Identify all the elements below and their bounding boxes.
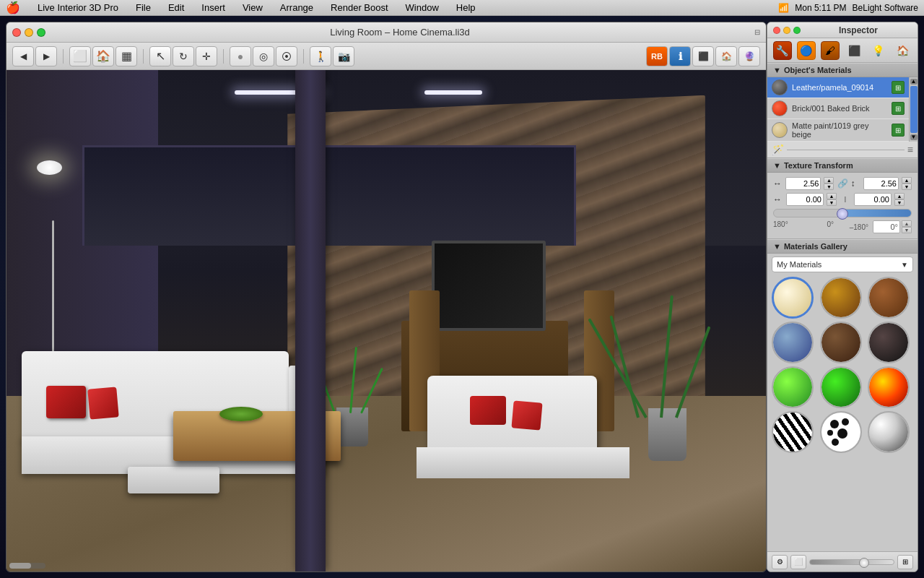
window-titlebar: Living Room – Home Cinema.li3d ⊟	[6, 22, 766, 43]
gallery-section: My Materials ▼	[767, 254, 918, 456]
material-item-3[interactable]: Matte paint/1019 grey beige ⊞	[767, 119, 909, 142]
gallery-item-zebra[interactable]	[772, 411, 814, 453]
maximize-button[interactable]	[37, 28, 45, 37]
offset-x-stepper[interactable]: ▲ ▼	[827, 193, 837, 206]
render-button[interactable]: 🔮	[738, 46, 760, 66]
material-item-2[interactable]: Brick/001 Baked Brick ⊞	[767, 98, 909, 119]
angle-up[interactable]: ▲	[902, 220, 912, 227]
gallery-item-spots[interactable]	[820, 411, 862, 453]
material-name-1: Leather/pamela_09014	[792, 83, 887, 92]
gallery-item-chrome[interactable]	[868, 411, 910, 453]
gallery-item-green2[interactable]	[820, 366, 862, 408]
nav-tools: ◀ ▶	[12, 46, 57, 66]
info-button[interactable]: ℹ	[669, 46, 691, 66]
inspector-minimize[interactable]	[783, 27, 790, 34]
inspector-close[interactable]	[773, 27, 780, 34]
window-expand-icon[interactable]: ⊟	[754, 28, 760, 36]
camera-button[interactable]: ⦿	[276, 46, 297, 66]
insert-menu[interactable]: Insert	[199, 1, 228, 14]
screenshot-button[interactable]: 📷	[333, 46, 354, 66]
angle-stepper[interactable]: ▲ ▼	[902, 220, 912, 233]
offset-x-up[interactable]: ▲	[827, 193, 837, 199]
offset-x-input[interactable]: 0.00	[786, 193, 824, 206]
gallery-item-dark-wood[interactable]	[820, 322, 862, 363]
offset-y-stepper[interactable]: ▲ ▼	[894, 193, 905, 206]
panorama-button[interactable]: ◎	[253, 46, 274, 66]
scale-y-stepper[interactable]: ▲ ▼	[902, 177, 912, 190]
tab-light[interactable]: 💡	[869, 41, 888, 60]
move-tool[interactable]: ✛	[196, 46, 217, 66]
gallery-item-cream[interactable]	[772, 277, 814, 319]
view-toggle-button[interactable]: ⊞	[897, 555, 913, 569]
forward-button[interactable]: ▶	[35, 46, 57, 66]
tab-properties[interactable]: 🔧	[773, 41, 792, 60]
viewport-scrollbar[interactable]	[9, 563, 45, 569]
gallery-item-wood[interactable]	[820, 277, 862, 319]
scale-y-input[interactable]: 2.56	[863, 177, 899, 190]
properties-icon: 🔧	[776, 45, 788, 56]
close-button[interactable]	[12, 28, 21, 37]
gallery-dropdown[interactable]: My Materials ▼	[772, 256, 913, 272]
import-button[interactable]: ⬜	[790, 555, 806, 569]
scale-x-down[interactable]: ▼	[824, 184, 834, 190]
building-button[interactable]: 🏠	[92, 46, 114, 66]
back-button[interactable]: ◀	[12, 46, 34, 66]
material-item-1[interactable]: Leather/pamela_09014 ⊞	[767, 77, 909, 98]
inspector-maximize[interactable]	[793, 27, 801, 34]
scale-x-stepper[interactable]: ▲ ▼	[824, 177, 834, 190]
tab-house[interactable]: 🏠	[893, 41, 912, 60]
render-boost-button[interactable]: RB	[646, 46, 668, 66]
3d-view-button[interactable]: ▦	[116, 46, 137, 66]
materials-scrollbar[interactable]: ▲ ▼	[909, 77, 918, 142]
help-menu[interactable]: Help	[453, 1, 479, 14]
scale-y-down[interactable]: ▼	[902, 184, 912, 190]
scale-x-input[interactable]: 2.56	[785, 177, 821, 190]
zoom-slider[interactable]	[809, 559, 894, 565]
options-icon[interactable]: ≡	[907, 144, 913, 155]
tab-material[interactable]: 🔵	[797, 41, 816, 60]
link-icon[interactable]: 🔗	[837, 178, 847, 189]
arrange-menu[interactable]: Arrange	[277, 1, 316, 14]
gallery-item-water[interactable]	[772, 322, 814, 363]
angle-slider-fill	[842, 210, 911, 217]
add-material-button[interactable]: ⚙	[772, 555, 788, 569]
gallery-item-dark[interactable]	[868, 322, 910, 363]
angle-slider-track[interactable]	[773, 209, 912, 217]
offset-y-input[interactable]: 0.00	[854, 193, 892, 206]
rotate-tool[interactable]: ↻	[173, 46, 194, 66]
wand-icon[interactable]: 🪄	[772, 144, 784, 155]
offset-row: ↔ 0.00 ▲ ▼ I 0.00 ▲ ▼	[773, 193, 912, 206]
viewport-3d[interactable]	[6, 70, 766, 571]
texture-transform-section: ↔ 2.56 ▲ ▼ 🔗 ↕ 2.56 ▲ ▼	[767, 173, 918, 238]
gallery-item-green1[interactable]	[772, 366, 814, 408]
app-name-menu[interactable]: Live Interior 3D Pro	[35, 1, 121, 14]
angle-min-label: 180°	[773, 220, 788, 233]
tab-texture[interactable]: ⬛	[845, 41, 864, 60]
minimize-button[interactable]	[25, 28, 33, 37]
offset-x-down[interactable]: ▼	[827, 199, 837, 206]
home-view-button[interactable]: 🏠	[715, 46, 737, 66]
zoom-slider-thumb[interactable]	[859, 558, 869, 568]
tab-paint[interactable]: 🖌	[821, 41, 840, 60]
angle-down[interactable]: ▼	[902, 227, 912, 233]
angle-center-label: 0°	[827, 220, 834, 233]
angle-slider-thumb[interactable]	[837, 208, 848, 220]
gallery-item-brick[interactable]	[868, 277, 910, 319]
scale-x-up[interactable]: ▲	[824, 177, 834, 184]
view-menu[interactable]: View	[240, 1, 266, 14]
walk-button[interactable]: 🚶	[310, 46, 331, 66]
view3d-button[interactable]: ⬛	[692, 46, 714, 66]
offset-y-down[interactable]: ▼	[894, 199, 905, 206]
angle-value-input[interactable]: 0°	[873, 220, 900, 233]
arrow-tool[interactable]: ↖	[149, 46, 171, 66]
scale-y-up[interactable]: ▲	[902, 177, 912, 184]
edit-menu[interactable]: Edit	[165, 1, 187, 14]
window-menu[interactable]: Window	[403, 1, 442, 14]
apple-menu[interactable]: 🍎	[6, 1, 20, 14]
offset-y-up[interactable]: ▲	[894, 193, 905, 199]
render-boost-menu[interactable]: Render Boost	[328, 1, 391, 14]
record-button[interactable]: ●	[230, 46, 251, 66]
gallery-item-fire[interactable]	[868, 366, 910, 408]
file-menu[interactable]: File	[133, 1, 154, 14]
floorplan-button[interactable]: ⬜	[69, 46, 91, 66]
